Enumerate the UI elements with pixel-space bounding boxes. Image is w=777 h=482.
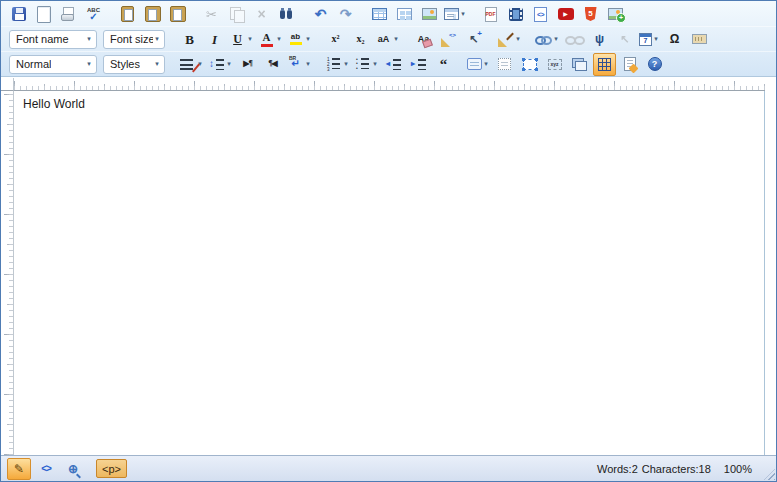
show-grid-button[interactable] (593, 53, 616, 76)
change-case-icon: aA (375, 31, 392, 48)
right-to-left-icon: ¶◀ (264, 56, 281, 73)
paragraph-format-combo[interactable]: Normal (9, 55, 97, 74)
bold-icon: B (181, 31, 198, 48)
italic-button[interactable]: I (203, 28, 226, 51)
bold-button[interactable]: B (178, 28, 201, 51)
subscript-button[interactable]: x₂ (349, 28, 372, 51)
insert-template-button[interactable] (443, 3, 468, 26)
insert-image-button[interactable] (418, 3, 441, 26)
left-to-right-button[interactable]: ▶¶ (236, 53, 259, 76)
layers-button[interactable] (568, 53, 591, 76)
font-name-combo[interactable]: Font name (9, 30, 97, 49)
save-button[interactable] (7, 3, 30, 26)
paste-button[interactable] (116, 3, 139, 26)
show-paragraphs-button[interactable] (493, 53, 516, 76)
superscript-icon: x² (327, 31, 344, 48)
virtual-keyboard-button[interactable] (688, 28, 711, 51)
edit-mode-button[interactable]: ✎ (7, 458, 31, 480)
paste-plain-text-button[interactable]: ≡ (141, 3, 164, 26)
embed-code-button[interactable]: <> (529, 3, 552, 26)
alignment-icon (179, 56, 196, 73)
cut-icon: ✂ (203, 6, 220, 23)
print-icon (60, 6, 77, 23)
insert-youtube-icon: ▶ (558, 8, 574, 20)
horizontal-ruler (14, 78, 765, 91)
alignment-button[interactable] (178, 53, 205, 76)
font-size-combo[interactable]: Font size (103, 30, 165, 49)
source-view-button[interactable]: <> (34, 458, 58, 480)
spell-check-button[interactable] (82, 3, 105, 26)
copy-button (225, 3, 248, 26)
select-all-icon: ↖ (465, 31, 482, 48)
dropdown-arrow-icon (392, 35, 400, 43)
insert-link-button[interactable] (534, 28, 561, 51)
dropdown-arrow-icon (225, 60, 233, 68)
custom-tag-button[interactable]: xyz (543, 53, 566, 76)
insert-template-icon (444, 8, 459, 20)
preview-button[interactable]: ⊕ (61, 458, 85, 480)
spell-check-icon (85, 6, 102, 23)
right-to-left-button[interactable]: ¶◀ (261, 53, 284, 76)
paste-plain-text-icon: ≡ (143, 6, 163, 23)
new-page-button[interactable] (32, 3, 55, 26)
insert-datetime-button[interactable]: 7 (638, 28, 661, 51)
undo-button[interactable]: ↶ (309, 3, 332, 26)
change-case-button[interactable]: aA (374, 28, 401, 51)
styles-value: Styles (110, 58, 140, 70)
line-break-button[interactable]: ↵ (286, 53, 313, 76)
insert-datetime-icon: 7 (639, 33, 652, 46)
format-painter-icon (497, 31, 514, 48)
line-height-button[interactable]: ↕ (207, 53, 234, 76)
page-properties-button[interactable] (618, 53, 641, 76)
print-button[interactable] (57, 3, 80, 26)
statusbar-buttons: ✎<>⊕<p> (7, 458, 127, 480)
anchor-button[interactable]: ψ (588, 28, 611, 51)
outdent-icon: ◂ (385, 56, 402, 73)
bulleted-list-button[interactable] (353, 53, 380, 76)
text-color-icon: A (258, 31, 275, 48)
insert-html5-button[interactable]: 5 (579, 3, 602, 26)
format-painter-button[interactable] (496, 28, 523, 51)
underline-button[interactable]: U (228, 28, 255, 51)
clean-code-button[interactable]: <> (437, 28, 460, 51)
insert-youtube-button[interactable]: ▶ (554, 3, 577, 26)
indent-button[interactable]: ▸ (407, 53, 430, 76)
insert-html5-icon: 5 (585, 7, 597, 21)
outdent-button[interactable]: ◂ (382, 53, 405, 76)
div-container-button[interactable] (466, 53, 491, 76)
special-character-button[interactable]: Ω (663, 28, 686, 51)
tag-path-button[interactable]: <p> (96, 459, 127, 478)
new-page-icon (37, 6, 51, 23)
find-replace-button[interactable] (275, 3, 298, 26)
bulleted-list-icon (354, 56, 371, 73)
paste-from-word-button[interactable]: W (166, 3, 189, 26)
save-icon (12, 7, 26, 21)
superscript-button[interactable]: x² (324, 28, 347, 51)
highlight-color-button[interactable]: ab (286, 28, 313, 51)
vertical-ruler (1, 91, 14, 455)
cut-button: ✂ (200, 3, 223, 26)
toolbar-row-3: NormalStyles↕▶¶¶◀↵◂▸“xyz? (1, 51, 776, 76)
add-image-button[interactable] (604, 3, 627, 26)
insert-media-button[interactable] (504, 3, 527, 26)
toolbar-row-2: Font nameFont sizeBIUAabx²x₂aAAa<>↖ψ↖7Ω (1, 26, 776, 51)
editor-area: Hello World (1, 78, 776, 455)
redo-button[interactable]: ↷ (334, 3, 357, 26)
export-pdf-button[interactable]: PDF (479, 3, 502, 26)
left-to-right-icon: ▶¶ (239, 56, 256, 73)
select-block-button[interactable] (518, 53, 541, 76)
select-all-button[interactable]: ↖ (462, 28, 485, 51)
embed-code-icon: <> (534, 7, 547, 22)
numbered-list-button[interactable] (324, 53, 351, 76)
help-button[interactable]: ? (643, 53, 666, 76)
styles-combo[interactable]: Styles (103, 55, 165, 74)
preview-icon: ⊕ (65, 460, 82, 477)
editor-canvas[interactable]: Hello World (14, 91, 765, 455)
dropdown-arrow-icon (482, 60, 490, 68)
blockquote-button[interactable]: “ (432, 53, 455, 76)
table-cells-button[interactable] (393, 3, 416, 26)
remove-format-button[interactable]: Aa (412, 28, 435, 51)
find-replace-icon (278, 6, 295, 23)
insert-table-button[interactable] (368, 3, 391, 26)
text-color-button[interactable]: A (257, 28, 284, 51)
